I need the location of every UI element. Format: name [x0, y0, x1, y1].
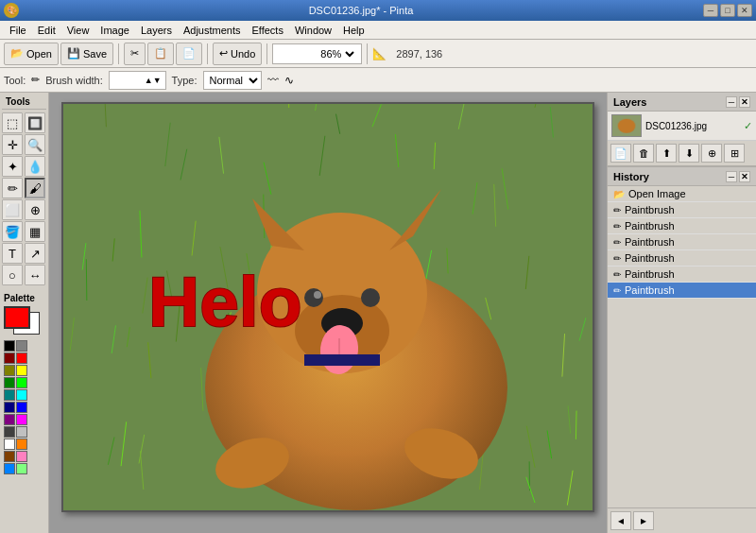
move-layer-up-button[interactable]: ⬆ — [656, 144, 677, 163]
tool-clone[interactable]: ⊕ — [25, 199, 45, 220]
color-swatch-12[interactable] — [4, 414, 15, 425]
tool-path[interactable]: ↗ — [25, 243, 45, 264]
history-item-4[interactable]: ✏Paintbrush — [608, 250, 756, 266]
main-canvas[interactable] — [63, 104, 593, 510]
tool-gradient[interactable]: ▦ — [25, 221, 45, 242]
color-swatch-6[interactable] — [4, 377, 15, 388]
move-layer-down-button[interactable]: ⬇ — [679, 144, 699, 163]
paste-button[interactable]: 📄 — [176, 43, 202, 65]
tool-pencil[interactable]: ✏ — [2, 178, 23, 198]
layers-close-btn[interactable]: ✕ — [739, 96, 750, 108]
layers-minimize-btn[interactable]: ─ — [726, 96, 737, 108]
undo-button[interactable]: ↩ Undo — [213, 43, 262, 65]
history-footer: ◂ ▸ — [608, 507, 756, 533]
color-swatch-16[interactable] — [4, 438, 15, 450]
color-swatch-19[interactable] — [16, 451, 27, 462]
tool-zoom[interactable]: 🔍 — [25, 134, 45, 155]
merge-layer-button[interactable]: ⊕ — [701, 144, 722, 163]
canvas-area[interactable] — [49, 93, 607, 533]
color-swatch-15[interactable] — [16, 426, 27, 438]
menu-item-help[interactable]: Help — [337, 23, 370, 38]
history-item-2[interactable]: ✏Paintbrush — [608, 218, 756, 234]
minimize-button[interactable]: ─ — [703, 4, 718, 17]
zoom-select[interactable]: 86% — [317, 47, 357, 60]
history-item-5[interactable]: ✏Paintbrush — [608, 266, 756, 283]
layers-toolbar: 📄 🗑 ⬆ ⬇ ⊕ ⊞ — [608, 141, 756, 166]
brush-shape-icon: 〰 — [267, 74, 279, 87]
flatten-button[interactable]: ⊞ — [724, 144, 745, 163]
tool-shapes[interactable]: ○ — [2, 265, 23, 285]
cut-button[interactable]: ✂ — [124, 43, 146, 65]
tool-move[interactable]: ✛ — [2, 134, 23, 155]
color-swatch-2[interactable] — [4, 352, 15, 364]
right-panel: Layers ─ ✕ DSC01236.jpg ✓ 📄 🗑 ⬆ ⬇ ⊕ ⊞ — [607, 93, 756, 533]
color-swatch-17[interactable] — [16, 438, 27, 450]
color-swatch-3[interactable] — [16, 352, 27, 364]
history-item-icon: ✏ — [613, 269, 621, 280]
open-button[interactable]: 📂 Open — [4, 43, 59, 65]
tool-paintbrush[interactable]: 🖌 — [25, 178, 45, 198]
history-forward-button[interactable]: ▸ — [633, 511, 654, 530]
tool-rectangle-select[interactable]: ⬚ — [2, 112, 23, 133]
maximize-button[interactable]: □ — [720, 4, 735, 17]
menu-item-edit[interactable]: Edit — [32, 23, 61, 38]
tool-lasso-select[interactable]: 🔲 — [25, 112, 45, 133]
menu-item-effects[interactable]: Effects — [247, 23, 289, 38]
menu-item-window[interactable]: Window — [289, 23, 337, 38]
tool-options-bar: Tool: ✏ Brush width: 40 ▲▼ Type: Normal … — [0, 68, 756, 93]
history-item-0[interactable]: 📂Open Image — [608, 186, 756, 202]
tools-title: Tools — [2, 95, 46, 110]
history-item-3[interactable]: ✏Paintbrush — [608, 234, 756, 250]
tool-selection-move[interactable]: ↔ — [25, 265, 45, 285]
close-button[interactable]: ✕ — [737, 4, 752, 17]
main-content: Tools ⬚🔲✛🔍✦💧✏🖌⬜⊕🪣▦T↗○↔ Palette Layers ─ … — [0, 93, 756, 533]
delete-layer-button[interactable]: 🗑 — [633, 144, 654, 163]
color-swatch-1[interactable] — [16, 340, 27, 352]
zoom-input[interactable]: 86% — [277, 48, 315, 60]
brush-width-spin[interactable]: ▲▼ — [145, 76, 162, 85]
color-swatch-7[interactable] — [16, 377, 27, 388]
color-swatch-13[interactable] — [16, 414, 27, 425]
tool-fill[interactable]: 🪣 — [2, 221, 23, 242]
layer-item[interactable]: DSC01236.jpg ✓ — [608, 112, 756, 141]
brush-width-input[interactable]: 40 — [113, 75, 142, 86]
color-swatch-0[interactable] — [4, 340, 15, 352]
tool-magic-wand[interactable]: ✦ — [2, 156, 23, 177]
history-item-6[interactable]: ✏Paintbrush — [608, 283, 756, 299]
history-back-button[interactable]: ◂ — [610, 511, 631, 530]
menu-item-view[interactable]: View — [61, 23, 95, 38]
color-swatch-10[interactable] — [4, 402, 15, 413]
color-swatch-8[interactable] — [4, 389, 15, 401]
color-swatch-11[interactable] — [16, 402, 27, 413]
color-swatch-9[interactable] — [16, 389, 27, 401]
history-minimize-btn[interactable]: ─ — [726, 171, 737, 182]
foreground-color-box[interactable] — [4, 306, 30, 329]
save-button[interactable]: 💾 Save — [60, 43, 113, 65]
color-swatch-5[interactable] — [16, 365, 27, 376]
history-close-btn[interactable]: ✕ — [739, 171, 750, 182]
menu-item-layers[interactable]: Layers — [135, 23, 178, 38]
history-header: History ─ ✕ — [608, 167, 756, 186]
menu-item-image[interactable]: Image — [94, 23, 135, 38]
color-swatch-4[interactable] — [4, 365, 15, 376]
history-item-label: Paintbrush — [625, 284, 675, 296]
separator-3 — [266, 43, 267, 64]
color-swatch-18[interactable] — [4, 451, 15, 462]
menu-item-file[interactable]: File — [4, 23, 32, 38]
app-icon: 🎨 — [4, 3, 19, 18]
menu-item-adjustments[interactable]: Adjustments — [178, 23, 247, 38]
copy-button[interactable]: 📋 — [147, 43, 174, 65]
tool-text[interactable]: T — [2, 243, 23, 264]
color-swatch-20[interactable] — [4, 463, 15, 474]
history-item-1[interactable]: ✏Paintbrush — [608, 202, 756, 218]
cut-icon: ✂ — [130, 47, 139, 60]
tool-eraser[interactable]: ⬜ — [2, 199, 23, 220]
new-layer-button[interactable]: 📄 — [610, 144, 631, 163]
color-swatch-21[interactable] — [16, 463, 27, 474]
history-item-label: Paintbrush — [625, 236, 675, 248]
history-panel: History ─ ✕ 📂Open Image✏Paintbrush✏Paint… — [608, 167, 756, 533]
layer-visibility-check[interactable]: ✓ — [744, 120, 752, 132]
tool-color-picker[interactable]: 💧 — [25, 156, 45, 177]
color-swatch-14[interactable] — [4, 426, 15, 438]
brush-type-select[interactable]: Normal — [203, 71, 262, 90]
